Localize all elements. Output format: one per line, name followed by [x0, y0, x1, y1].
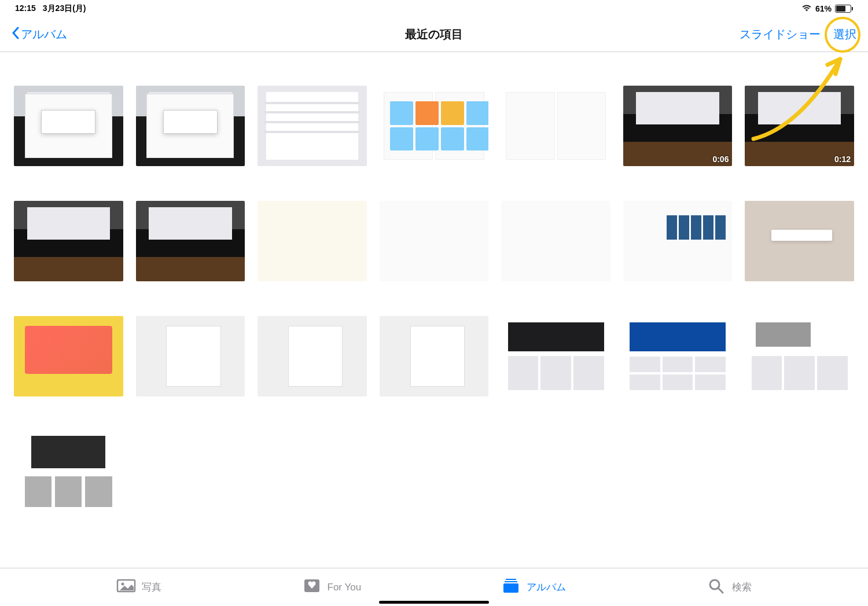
- tab-label: 検索: [732, 581, 752, 594]
- photos-icon: [116, 578, 136, 597]
- status-time: 12:15: [15, 3, 36, 14]
- tab-search[interactable]: 検索: [707, 578, 752, 597]
- photo-thumbnail[interactable]: [136, 201, 245, 281]
- slideshow-button[interactable]: スライドショー: [740, 27, 821, 42]
- svg-line-7: [718, 588, 723, 593]
- photo-thumbnail[interactable]: [623, 316, 733, 396]
- wifi-icon: [801, 4, 812, 14]
- status-date: 3月23日(月): [43, 3, 86, 14]
- tab-photos[interactable]: 写真: [116, 578, 161, 597]
- video-thumbnail[interactable]: 0:06: [623, 86, 733, 166]
- tab-label: アルバム: [527, 581, 566, 594]
- back-label: アルバム: [21, 27, 67, 42]
- status-bar: 12:15 3月23日(月) 61%: [0, 0, 868, 17]
- photo-thumbnail[interactable]: [258, 201, 367, 281]
- photo-thumbnail[interactable]: [501, 201, 610, 281]
- albums-icon: [501, 578, 521, 597]
- svg-point-1: [122, 583, 124, 586]
- photo-thumbnail[interactable]: [501, 86, 610, 166]
- photo-thumbnail[interactable]: [14, 86, 123, 166]
- photo-thumbnail[interactable]: [14, 201, 123, 281]
- foryou-icon: [302, 578, 322, 597]
- tab-label: 写真: [142, 581, 161, 594]
- photo-thumbnail[interactable]: [14, 316, 123, 396]
- chevron-left-icon: [12, 27, 20, 42]
- tab-label: For You: [328, 582, 362, 593]
- video-duration: 0:06: [712, 155, 729, 164]
- photo-thumbnail[interactable]: [136, 316, 245, 396]
- select-button[interactable]: 選択: [833, 27, 856, 42]
- back-button[interactable]: アルバム: [12, 27, 67, 42]
- photo-thumbnail[interactable]: [380, 201, 489, 281]
- nav-bar: アルバム 最近の項目 スライドショー 選択: [0, 17, 868, 52]
- photo-thumbnail[interactable]: [258, 316, 367, 396]
- svg-rect-4: [505, 581, 517, 582]
- svg-rect-5: [503, 583, 518, 593]
- photo-thumbnail[interactable]: [380, 316, 489, 396]
- tab-foryou[interactable]: For You: [302, 578, 362, 597]
- photo-thumbnail[interactable]: [380, 86, 489, 166]
- photo-thumbnail[interactable]: [501, 316, 610, 396]
- search-icon: [707, 578, 726, 597]
- photo-thumbnail[interactable]: [258, 86, 367, 166]
- video-thumbnail[interactable]: 0:12: [745, 86, 854, 166]
- photo-thumbnail[interactable]: [745, 201, 854, 281]
- photo-grid: 0:06 0:12: [0, 52, 868, 568]
- page-title: 最近の項目: [405, 27, 463, 42]
- photo-thumbnail[interactable]: [745, 316, 854, 396]
- tab-albums[interactable]: アルバム: [501, 578, 566, 597]
- photo-thumbnail[interactable]: [136, 86, 245, 166]
- svg-rect-3: [506, 579, 516, 580]
- video-duration: 0:12: [834, 155, 851, 164]
- home-indicator[interactable]: [379, 601, 489, 604]
- battery-icon: [835, 5, 853, 13]
- photo-thumbnail[interactable]: [623, 201, 733, 281]
- photo-thumbnail[interactable]: [14, 431, 123, 512]
- battery-percent: 61%: [815, 4, 832, 13]
